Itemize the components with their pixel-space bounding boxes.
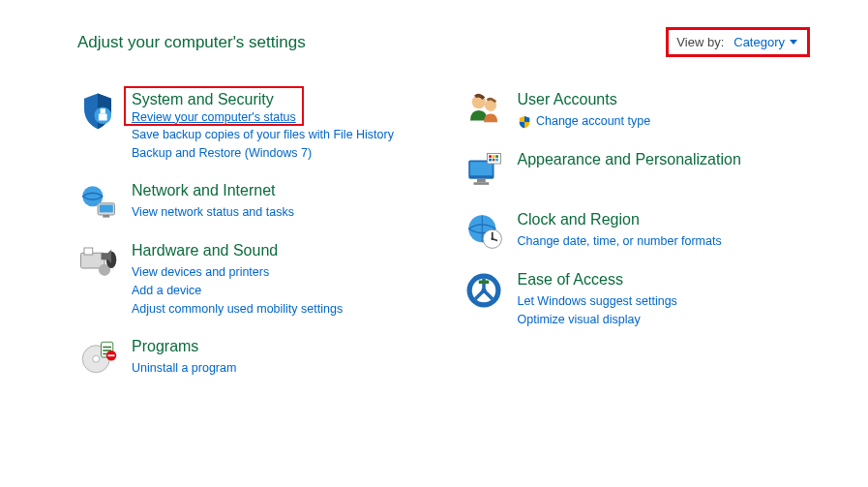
uac-shield-icon bbox=[518, 115, 531, 129]
appearance-title[interactable]: Appearance and Personalization bbox=[518, 150, 741, 170]
hardware-icon bbox=[77, 241, 118, 282]
hardware-title[interactable]: Hardware and Sound bbox=[132, 241, 343, 261]
category-ease-access: Ease of Access Let Windows suggest setti… bbox=[464, 270, 811, 328]
svg-rect-8 bbox=[84, 248, 93, 255]
user-accounts-title[interactable]: User Accounts bbox=[518, 90, 651, 110]
appearance-icon bbox=[464, 150, 504, 191]
svg-point-33 bbox=[481, 288, 486, 292]
clock-title[interactable]: Clock and Region bbox=[518, 210, 722, 230]
link-add-device[interactable]: Add a device bbox=[132, 282, 343, 300]
link-windows-suggest[interactable]: Let Windows suggest settings bbox=[518, 292, 677, 311]
category-hardware: Hardware and Sound View devices and prin… bbox=[77, 241, 425, 318]
view-by-highlight: View by: Category bbox=[666, 27, 810, 57]
link-backup-restore[interactable]: Backup and Restore (Windows 7) bbox=[132, 144, 394, 163]
programs-title[interactable]: Programs bbox=[132, 337, 236, 357]
shield-icon bbox=[77, 90, 118, 131]
link-uninstall[interactable]: Uninstall a program bbox=[132, 359, 236, 378]
link-review-status[interactable]: Review your computer's status bbox=[132, 110, 296, 124]
svg-rect-27 bbox=[495, 159, 498, 162]
link-network-status[interactable]: View network status and tasks bbox=[132, 203, 294, 222]
clock-icon bbox=[464, 210, 504, 251]
view-by-dropdown[interactable]: Category bbox=[733, 35, 797, 49]
ease-access-icon bbox=[464, 270, 504, 311]
link-change-account-type-text: Change account type bbox=[536, 114, 650, 128]
system-security-highlight: System and Security Review your computer… bbox=[124, 86, 304, 126]
category-network: Network and Internet View network status… bbox=[77, 181, 425, 222]
page-title: Adjust your computer's settings bbox=[77, 33, 306, 52]
users-icon bbox=[464, 90, 504, 131]
svg-rect-24 bbox=[495, 155, 498, 158]
svg-rect-19 bbox=[477, 179, 486, 183]
category-programs: Programs Uninstall a program bbox=[77, 337, 425, 378]
link-date-time-formats[interactable]: Change date, time, or number formats bbox=[518, 232, 722, 251]
link-file-history[interactable]: Save backup copies of your files with Fi… bbox=[132, 126, 394, 144]
category-clock: Clock and Region Change date, time, or n… bbox=[464, 210, 811, 251]
ease-access-title[interactable]: Ease of Access bbox=[518, 270, 677, 290]
svg-rect-6 bbox=[103, 215, 109, 218]
link-change-account-type[interactable]: Change account type bbox=[518, 112, 651, 131]
link-mobility-settings[interactable]: Adjust commonly used mobility settings bbox=[132, 300, 343, 319]
svg-rect-1 bbox=[101, 108, 105, 113]
category-appearance: Appearance and Personalization bbox=[464, 150, 811, 191]
network-icon bbox=[77, 181, 118, 222]
svg-point-30 bbox=[491, 237, 494, 240]
svg-point-12 bbox=[93, 356, 100, 363]
svg-rect-22 bbox=[489, 155, 492, 158]
svg-rect-5 bbox=[100, 205, 113, 213]
category-system-security: System and Security Review your computer… bbox=[77, 90, 425, 162]
view-by-label: View by: bbox=[676, 35, 724, 49]
svg-rect-23 bbox=[492, 155, 494, 158]
svg-rect-25 bbox=[489, 159, 492, 162]
svg-rect-2 bbox=[99, 114, 107, 121]
svg-rect-26 bbox=[492, 159, 494, 162]
category-user-accounts: User Accounts Change account type bbox=[464, 90, 811, 131]
chevron-down-icon bbox=[790, 40, 797, 45]
network-title[interactable]: Network and Internet bbox=[132, 181, 294, 201]
programs-icon bbox=[77, 337, 118, 378]
system-security-title[interactable]: System and Security bbox=[132, 90, 296, 110]
view-by-value: Category bbox=[733, 35, 785, 49]
link-devices-printers[interactable]: View devices and printers bbox=[132, 263, 343, 282]
link-optimize-display[interactable]: Optimize visual display bbox=[518, 311, 677, 329]
svg-rect-20 bbox=[473, 182, 489, 185]
